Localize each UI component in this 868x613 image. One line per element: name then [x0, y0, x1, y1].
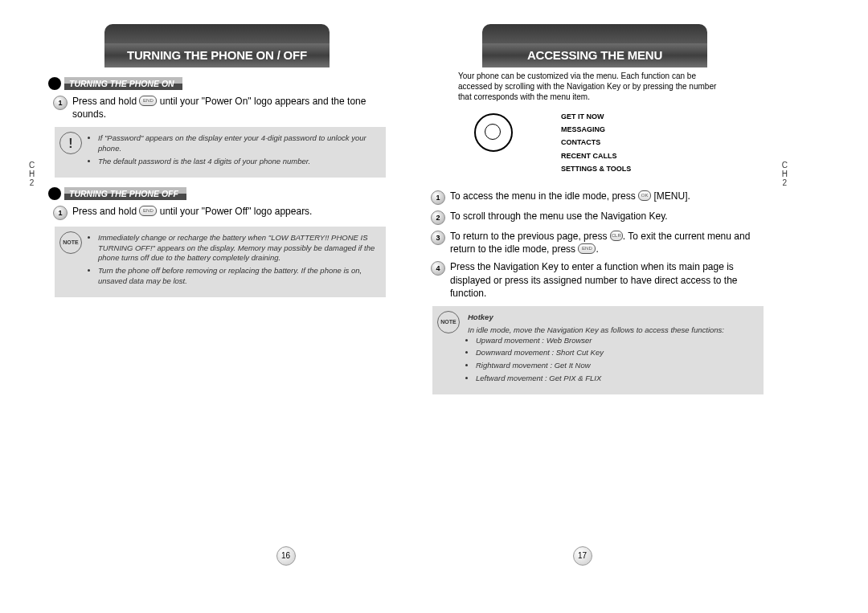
ok-key-icon: OK [638, 190, 651, 201]
bullet-icon [48, 77, 61, 90]
left-banner-title: TURNING THE PHONE ON / OFF [104, 43, 330, 67]
page-number-left: 16 [276, 546, 296, 566]
step-menu-2: 2 To scroll through the menu use the Nav… [431, 210, 764, 225]
step-number-icon: 3 [431, 231, 445, 245]
step-on-1: 1 Press and hold END until your "Power O… [53, 95, 386, 121]
menu-diagram: GET IT NOW MESSAGING CONTACTS RECENT CAL… [474, 110, 764, 175]
left-chapter-tab: C H 2 [29, 161, 35, 187]
hotkey-title: Hotkey [468, 313, 755, 323]
step-number-icon: 1 [431, 190, 445, 205]
step-number-icon: 1 [53, 96, 68, 110]
note-icon: NOTE [437, 311, 460, 333]
section-on-title: TURNING THE PHONE ON [64, 77, 182, 90]
section-off-head: TURNING THE PHONE OFF [48, 187, 386, 200]
right-chapter-tab: C H 2 [782, 161, 788, 187]
menu-item: GET IT NOW [561, 110, 631, 123]
end-key-icon: END [139, 96, 157, 106]
page-numbers: 16 17 [0, 546, 868, 566]
step-menu-3: 3 To return to the previous page, press … [431, 230, 764, 255]
menu-item: MESSAGING [561, 123, 631, 136]
bullet-icon [48, 187, 61, 200]
page-number-right: 17 [573, 546, 592, 566]
right-banner: ACCESSING THE MENU [482, 24, 707, 67]
note-icon: NOTE [59, 231, 82, 254]
alert-icon: ! [59, 132, 82, 154]
note-password: ! If "Password" appears on the display e… [55, 127, 386, 177]
step-menu-4: 4 Press the Navigation Key to enter a fu… [431, 260, 764, 300]
step-menu-1: 1 To access the menu in the idle mode, p… [431, 190, 764, 205]
note-battery: NOTE Immediately change or recharge the … [55, 227, 386, 297]
end-key-icon: END [578, 243, 596, 254]
clr-key-icon: CLR [610, 231, 623, 241]
menu-item: RECENT CALLS [561, 149, 631, 162]
right-banner-title: ACCESSING THE MENU [482, 43, 707, 67]
step-number-icon: 1 [53, 206, 68, 220]
menu-list: GET IT NOW MESSAGING CONTACTS RECENT CAL… [561, 110, 631, 175]
section-off-title: TURNING THE PHONE OFF [64, 187, 186, 200]
right-page: ACCESSING THE MENU C H 2 Your phone can … [426, 24, 764, 401]
section-on-head: TURNING THE PHONE ON [48, 77, 386, 90]
step-number-icon: 2 [431, 210, 445, 225]
menu-item: CONTACTS [561, 136, 631, 149]
step-number-icon: 4 [431, 261, 445, 276]
left-banner: TURNING THE PHONE ON / OFF [104, 24, 330, 67]
step-off-1: 1 Press and hold END until your "Power O… [53, 205, 386, 220]
dpad-icon [474, 113, 513, 152]
end-key-icon: END [139, 206, 157, 216]
note-hotkey: NOTE Hotkey In idle mode, move the Navig… [432, 306, 764, 394]
left-page: TURNING THE PHONE ON / OFF C H 2 TURNING… [48, 24, 386, 401]
menu-item: SETTINGS & TOOLS [561, 162, 631, 175]
intro-text: Your phone can be customized via the men… [458, 71, 723, 102]
